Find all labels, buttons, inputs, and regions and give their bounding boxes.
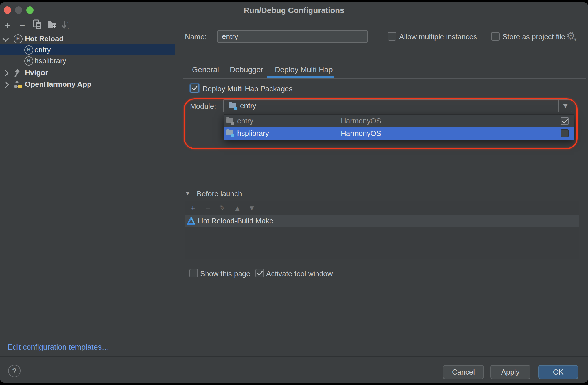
build-make-icon <box>187 217 196 227</box>
show-this-page-checkbox[interactable] <box>189 269 198 277</box>
chevron-right-icon[interactable] <box>3 82 9 88</box>
run-debug-configurations-dialog: Run/Debug Configurations + − <box>0 2 588 383</box>
remove-configuration-button[interactable]: − <box>17 19 28 31</box>
module-option-checkbox[interactable] <box>561 117 569 125</box>
before-launch-title: Before launch <box>197 190 242 198</box>
apply-button[interactable]: Apply <box>490 365 530 379</box>
before-launch-rule <box>246 193 582 193</box>
tabs-divider <box>183 78 586 79</box>
module-combobox[interactable]: entry ▼ <box>223 99 572 112</box>
chevron-down-icon: ▼ <box>563 102 567 109</box>
dialog-title: Run/Debug Configurations <box>0 6 588 15</box>
allow-multiple-instances-label: Allow multiple instances <box>399 32 477 41</box>
module-option-hsplibrary[interactable]: hsplibrary HarmonyOS <box>224 127 574 140</box>
new-folder-button[interactable] <box>47 19 58 31</box>
module-option-entry[interactable]: entry HarmonyOS <box>224 115 574 127</box>
chevron-down-icon[interactable] <box>3 35 9 42</box>
before-launch-task-label: Hot Reload-Build Make <box>198 215 273 227</box>
tree-item-entry[interactable]: H entry <box>0 44 175 55</box>
tree-item-label: entry <box>34 44 51 55</box>
module-dropdown-popup: entry HarmonyOS hsplibrary HarmonyOS <box>224 114 574 140</box>
sort-az-icon: a z <box>61 22 71 32</box>
deploy-multi-hap-packages-checkbox[interactable] <box>190 84 199 93</box>
ok-button[interactable]: OK <box>538 365 578 379</box>
store-as-project-file-label: Store as project file <box>502 32 565 41</box>
footer-divider <box>0 356 588 357</box>
before-launch-move-down-button[interactable]: ▼ <box>247 203 257 214</box>
gear-icon[interactable]: ⚙▾ <box>566 30 578 42</box>
tab-deploy-multi-hap[interactable]: Deploy Multi Hap <box>275 66 333 74</box>
sort-configurations-button[interactable]: a z <box>60 19 72 31</box>
edit-configuration-templates-link[interactable]: Edit configuration templates… <box>8 343 109 352</box>
add-configuration-button[interactable]: + <box>2 19 13 31</box>
minus-icon: − <box>19 20 25 31</box>
svg-text:a: a <box>67 19 70 24</box>
module-label: Module: <box>190 102 216 111</box>
hot-reload-icon: H <box>24 45 33 55</box>
pencil-icon: ✎ <box>219 204 225 212</box>
store-as-project-file-checkbox[interactable] <box>491 32 500 41</box>
module-combobox-arrow-button[interactable]: ▼ <box>558 100 572 112</box>
hot-reload-icon: H <box>14 34 23 43</box>
before-launch-move-up-button[interactable]: ▲ <box>232 203 242 214</box>
allow-multiple-instances-checkbox[interactable] <box>388 32 396 41</box>
triangle-down-icon: ▼ <box>250 205 254 212</box>
tree-item-label: Hvigor <box>25 67 48 78</box>
module-icon <box>226 130 234 137</box>
tree-item-hot-reload[interactable]: H Hot Reload <box>0 33 175 44</box>
before-launch-edit-button[interactable]: ✎ <box>217 203 227 214</box>
module-option-name: hsplibrary <box>237 127 269 140</box>
cancel-button[interactable]: Cancel <box>443 365 484 379</box>
module-option-platform: HarmonyOS <box>341 127 381 140</box>
svg-text:z: z <box>67 26 69 30</box>
module-icon <box>226 117 234 125</box>
tab-general[interactable]: General <box>192 66 219 74</box>
activate-tool-window-checkbox[interactable] <box>255 269 264 277</box>
sidebar-divider <box>175 17 175 356</box>
before-launch-task-row[interactable]: Hot Reload-Build Make <box>185 215 579 227</box>
module-combobox-value: entry <box>240 100 256 112</box>
openharmony-app-icon <box>14 80 23 93</box>
show-this-page-label: Show this page <box>200 269 250 278</box>
before-launch-add-button[interactable]: + <box>188 203 198 214</box>
chevron-right-icon[interactable] <box>3 70 9 77</box>
tree-item-label: Hot Reload <box>25 33 64 44</box>
module-option-platform: HarmonyOS <box>341 115 381 127</box>
collapse-triangle-icon[interactable]: ▼ <box>186 190 189 196</box>
hot-reload-icon: H <box>24 56 33 66</box>
triangle-up-icon: ▲ <box>235 205 239 212</box>
new-folder-icon <box>47 21 57 31</box>
tree-item-hvigor[interactable]: Hvigor <box>0 67 175 78</box>
before-launch-panel: + − ✎ ▲ ▼ Hot Reload-Build Make <box>185 201 579 259</box>
activate-tool-window-label: Activate tool window <box>266 269 333 278</box>
copy-configuration-button[interactable] <box>32 19 43 31</box>
plus-icon: + <box>190 203 196 213</box>
name-input[interactable] <box>217 30 368 43</box>
deploy-multi-hap-packages-label: Deploy Multi Hap Packages <box>202 84 292 93</box>
plus-icon: + <box>5 20 10 31</box>
tree-item-openharmony-app[interactable]: OpenHarmony App <box>0 79 175 90</box>
tree-item-hsplibrary[interactable]: H hsplibrary <box>0 55 175 66</box>
name-label: Name: <box>185 32 207 41</box>
help-button[interactable]: ? <box>8 365 21 377</box>
minus-icon: − <box>205 203 211 213</box>
active-tab-underline <box>267 76 334 78</box>
module-icon <box>229 102 237 110</box>
copy-icon <box>32 21 42 32</box>
tree-item-label: hsplibrary <box>34 55 66 66</box>
tree-item-label: OpenHarmony App <box>25 79 91 90</box>
tab-debugger[interactable]: Debugger <box>230 66 263 74</box>
module-option-name: entry <box>237 115 253 127</box>
titlebar-divider <box>0 17 588 17</box>
question-mark-icon: ? <box>12 367 17 375</box>
module-option-checkbox[interactable] <box>561 129 569 137</box>
before-launch-remove-button[interactable]: − <box>203 203 213 214</box>
